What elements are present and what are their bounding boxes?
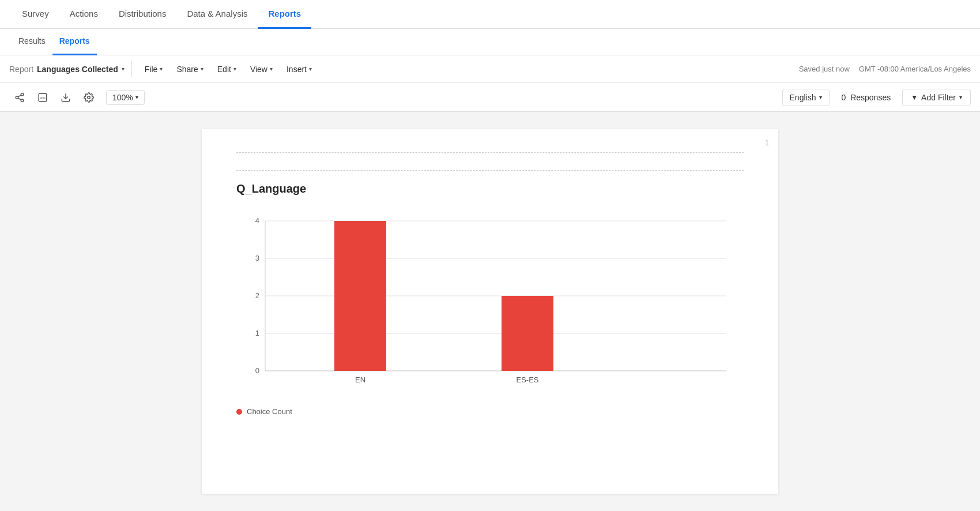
menu-view[interactable]: View ▾ [244, 62, 278, 76]
svg-line-3 [18, 98, 21, 100]
svg-text:ES-ES: ES-ES [516, 375, 538, 384]
bar-es-es [502, 296, 553, 371]
subnav-results[interactable]: Results [12, 29, 52, 55]
share-icon-button[interactable] [9, 87, 30, 108]
sub-navigation: Results Reports [0, 29, 980, 55]
settings-icon-button[interactable] [78, 87, 99, 108]
tab-data-analysis[interactable]: Data & Analysis [176, 0, 258, 29]
svg-point-8 [88, 96, 91, 99]
menu-edit[interactable]: Edit ▾ [212, 62, 242, 76]
tab-reports[interactable]: Reports [258, 0, 311, 29]
legend-dot [236, 409, 242, 415]
chevron-down-icon: ▾ [233, 66, 236, 72]
bar-en [334, 221, 386, 371]
add-filter-button[interactable]: ▼ Add Filter ▾ [902, 89, 971, 106]
pdf-icon-button[interactable]: PDF [32, 87, 53, 108]
responses-count: 0 Responses [834, 89, 898, 106]
report-title: Languages Collected [37, 65, 118, 74]
top-navigation: Survey Actions Distributions Data & Anal… [0, 0, 980, 29]
svg-point-2 [21, 99, 24, 102]
toolbar-divider [131, 61, 132, 77]
svg-text:0: 0 [255, 366, 259, 375]
svg-text:3: 3 [255, 254, 259, 262]
menu-insert[interactable]: Insert ▾ [281, 62, 318, 76]
chevron-down-icon: ▾ [135, 94, 138, 100]
svg-text:4: 4 [255, 216, 259, 225]
legend-label: Choice Count [247, 407, 292, 416]
svg-text:1: 1 [255, 329, 259, 337]
report-label: Report [9, 65, 33, 74]
zoom-control[interactable]: 100% ▾ [106, 90, 145, 105]
export-icon-button[interactable] [55, 87, 76, 108]
chevron-down-icon: ▾ [959, 94, 962, 100]
zoom-level: 100% [112, 93, 133, 102]
chevron-down-icon: ▾ [819, 94, 822, 100]
chart-title: Q_Language [236, 182, 744, 196]
chart-legend: Choice Count [236, 407, 744, 416]
icon-bar-right: English ▾ 0 Responses ▼ Add Filter ▾ [782, 89, 971, 106]
report-page: 1 Q_Language 4 3 2 1 0 EN ES- [202, 129, 778, 494]
chevron-down-icon: ▾ [160, 66, 163, 72]
tab-distributions[interactable]: Distributions [108, 0, 177, 29]
chevron-down-icon: ▾ [309, 66, 312, 72]
timezone-info: GMT -08:00 America/Los Angeles [859, 65, 971, 73]
svg-point-0 [21, 93, 24, 96]
language-label: English [790, 93, 816, 102]
svg-text:PDF: PDF [40, 96, 46, 100]
content-area: 1 Q_Language 4 3 2 1 0 EN ES- [0, 112, 980, 511]
menu-file[interactable]: File ▾ [139, 62, 169, 76]
chevron-down-icon[interactable]: ▾ [122, 66, 125, 72]
svg-line-4 [18, 95, 21, 96]
dashed-divider-top [236, 152, 744, 153]
report-toolbar: Report Languages Collected ▾ File ▾ Shar… [0, 55, 980, 83]
tab-survey[interactable]: Survey [12, 0, 59, 29]
toolbar-right-info: Saved just now GMT -08:00 America/Los An… [799, 65, 971, 73]
dashed-divider-mid [236, 170, 744, 171]
tab-actions[interactable]: Actions [59, 0, 108, 29]
page-number: 1 [765, 138, 769, 147]
icon-bar: PDF 100% ▾ English ▾ 0 Responses ▼ Add F… [0, 83, 980, 112]
svg-point-1 [16, 96, 18, 99]
chevron-down-icon: ▾ [201, 66, 203, 72]
bar-chart: 4 3 2 1 0 EN ES-ES [236, 209, 744, 394]
saved-status: Saved just now [799, 65, 850, 73]
subnav-reports[interactable]: Reports [52, 29, 97, 55]
filter-icon: ▼ [911, 93, 918, 102]
svg-text:EN: EN [355, 375, 365, 384]
chevron-down-icon: ▾ [270, 66, 273, 72]
language-dropdown[interactable]: English ▾ [782, 89, 830, 106]
menu-share[interactable]: Share ▾ [171, 62, 209, 76]
svg-text:2: 2 [255, 291, 259, 300]
report-name-section: Report Languages Collected ▾ [9, 65, 125, 74]
